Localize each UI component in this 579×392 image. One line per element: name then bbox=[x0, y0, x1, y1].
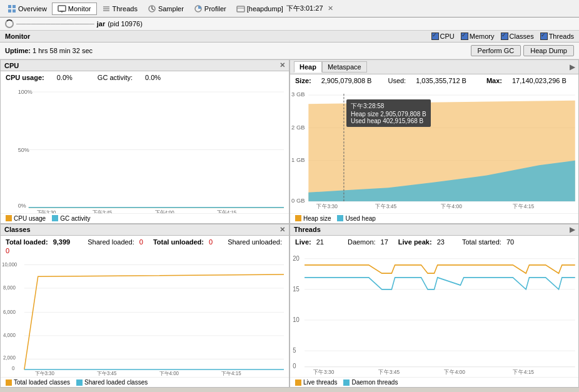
legend-total-loaded: Total loaded classes bbox=[6, 379, 70, 386]
legend-heap-size-color bbox=[295, 215, 301, 221]
svg-text:下午3:30: 下午3:30 bbox=[316, 203, 338, 209]
monitor-checkboxes: CPU Memory Classes Threads bbox=[431, 33, 574, 40]
cb-cpu[interactable]: CPU bbox=[431, 33, 455, 40]
tab-heapdump[interactable]: [heapdump] 下午3:01:27 ✕ bbox=[231, 3, 338, 14]
heap-tabs: Heap Metaspace bbox=[294, 61, 367, 73]
svg-text:6,000: 6,000 bbox=[3, 309, 16, 314]
svg-text:下午3:45: 下午3:45 bbox=[93, 209, 112, 213]
cpu-stats-row: CPU usage: 0.0% GC activity: 0.0% bbox=[1, 71, 289, 84]
threads-panel-expand[interactable]: ▶ bbox=[570, 226, 575, 234]
uptime-bar: Uptime: 1 hrs 58 min 32 sec Perform GC H… bbox=[0, 43, 579, 59]
svg-text:下午3:45: 下午3:45 bbox=[375, 203, 396, 209]
daemon-value: 17 bbox=[381, 238, 388, 246]
svg-text:下午3:45: 下午3:45 bbox=[378, 368, 400, 374]
legend-cpu-label: CPU usage bbox=[14, 215, 46, 222]
total-started-label: Total started: bbox=[462, 238, 501, 246]
svg-text:2 GB: 2 GB bbox=[291, 123, 305, 130]
app-hostname: ──────────────── bbox=[16, 20, 94, 28]
svg-rect-4 bbox=[58, 6, 66, 11]
cpu-legend: CPU usage GC activity bbox=[1, 213, 289, 223]
monitor-header: Monitor CPU Memory Classes Threads bbox=[0, 31, 579, 43]
tab-sampler-label: Sampler bbox=[158, 5, 184, 13]
uptime-info: Uptime: 1 hrs 58 min 32 sec bbox=[5, 47, 93, 54]
total-started-value: 70 bbox=[506, 238, 514, 246]
svg-text:10,000: 10,000 bbox=[2, 261, 18, 267]
threads-icon bbox=[102, 4, 111, 13]
legend-gc-color bbox=[52, 215, 58, 221]
legend-gc-activity: GC activity bbox=[52, 215, 90, 222]
cb-cpu-label: CPU bbox=[440, 33, 455, 40]
tab-monitor[interactable]: Monitor bbox=[52, 3, 97, 15]
svg-rect-2 bbox=[8, 9, 11, 13]
toolbar: Overview Monitor Threads Sampler Profile… bbox=[0, 0, 579, 18]
uptime-value: 1 hrs 58 min 32 sec bbox=[33, 47, 93, 54]
heap-chart: 3 GB 2 GB 1 GB 0 GB 下午3:30 下午3:45 下午4:00… bbox=[290, 87, 578, 213]
svg-text:5: 5 bbox=[293, 347, 296, 354]
svg-text:下午3:30: 下午3:30 bbox=[37, 209, 56, 213]
heap-tab-heap[interactable]: Heap bbox=[294, 61, 322, 73]
svg-text:下午4:00: 下午4:00 bbox=[155, 209, 174, 213]
legend-shared-loaded-color bbox=[76, 379, 83, 386]
gc-button[interactable]: Perform GC bbox=[471, 45, 521, 56]
live-value: 21 bbox=[316, 238, 324, 246]
heapdump-icon bbox=[236, 4, 245, 13]
threads-panel-title: Threads bbox=[294, 226, 321, 233]
live-peak-value: 23 bbox=[437, 238, 445, 246]
cb-classes-label: Classes bbox=[510, 33, 534, 40]
cb-memory[interactable]: Memory bbox=[461, 33, 495, 40]
classes-panel-close[interactable]: ✕ bbox=[279, 226, 285, 234]
shared-unloaded-label: Shared unloaded: bbox=[228, 238, 282, 246]
gc-activity-value: 0.0% bbox=[145, 74, 161, 81]
classes-panel: Classes ✕ Total loaded: 9,399 Shared loa… bbox=[0, 224, 290, 388]
cb-memory-box bbox=[461, 33, 468, 40]
legend-used-heap-color bbox=[337, 215, 343, 221]
svg-rect-1 bbox=[13, 5, 16, 8]
heapdump-button[interactable]: Heap Dump bbox=[523, 45, 574, 56]
heap-legend: Heap size Used heap bbox=[290, 213, 578, 223]
shared-unloaded-value: 0 bbox=[6, 247, 9, 254]
svg-text:下午4:00: 下午4:00 bbox=[441, 203, 462, 209]
cpu-panel-close[interactable]: ✕ bbox=[279, 61, 285, 69]
tab-threads[interactable]: Threads bbox=[97, 3, 143, 14]
heap-panel-expand[interactable]: ▶ bbox=[570, 63, 575, 71]
tab-overview-label: Overview bbox=[18, 5, 47, 13]
heap-size-label: Size: bbox=[295, 77, 311, 84]
svg-text:8,000: 8,000 bbox=[3, 284, 16, 290]
cpu-panel: CPU ✕ CPU usage: 0.0% GC activity: 0.0% … bbox=[0, 59, 290, 224]
action-buttons: Perform GC Heap Dump bbox=[471, 45, 574, 56]
legend-used-heap: Used heap bbox=[337, 215, 375, 222]
threads-panel: Threads ▶ Live: 21 Daemon: 17 Live peak:… bbox=[290, 224, 579, 388]
cb-cpu-box bbox=[431, 33, 439, 40]
tab-heapdump-close[interactable]: ✕ bbox=[328, 4, 333, 13]
live-peak-label: Live peak: bbox=[398, 238, 432, 246]
cb-classes[interactable]: Classes bbox=[501, 33, 534, 40]
main-grid: CPU ✕ CPU usage: 0.0% GC activity: 0.0% … bbox=[0, 59, 579, 388]
classes-panel-header: Classes ✕ bbox=[1, 224, 289, 236]
threads-chart-svg: 20 15 10 5 0 下午3:30 下午3:45 下午4:00 下午4 bbox=[290, 248, 578, 378]
legend-total-loaded-label: Total loaded classes bbox=[14, 379, 70, 386]
cpu-panel-title: CPU bbox=[4, 62, 19, 69]
tab-sampler[interactable]: Sampler bbox=[143, 3, 189, 14]
legend-heap-size-label: Heap size bbox=[303, 215, 331, 222]
cpu-usage-label: CPU usage: bbox=[6, 74, 44, 81]
heap-max-label: Max: bbox=[486, 77, 502, 84]
cpu-chart: 100% 50% 0% 下午3:30 下午3:45 下午4:00 下午4:15 bbox=[1, 84, 289, 213]
svg-text:0: 0 bbox=[293, 362, 296, 369]
svg-text:20: 20 bbox=[293, 254, 300, 261]
cb-classes-box bbox=[501, 33, 508, 40]
legend-daemon-threads-label: Daemon threads bbox=[351, 379, 398, 386]
heap-tab-metaspace[interactable]: Metaspace bbox=[322, 61, 367, 73]
heap-panel: Heap Metaspace ▶ Size: 2,905,079,808 B U… bbox=[290, 59, 579, 224]
svg-text:下午3:30: 下午3:30 bbox=[35, 371, 55, 376]
legend-used-heap-label: Used heap bbox=[345, 215, 375, 222]
svg-text:0%: 0% bbox=[18, 202, 26, 208]
heap-chart-svg: 3 GB 2 GB 1 GB 0 GB 下午3:30 下午3:45 下午4:00… bbox=[290, 87, 578, 213]
legend-gc-label: GC activity bbox=[60, 215, 90, 222]
heap-used-value: 1,035,355,712 B bbox=[416, 77, 466, 84]
titlebar: ──────────────── jar (pid 10976) bbox=[0, 18, 579, 31]
tab-profiler[interactable]: Profiler bbox=[189, 3, 231, 14]
cb-threads[interactable]: Threads bbox=[540, 33, 574, 40]
tab-overview[interactable]: Overview bbox=[3, 3, 52, 14]
cb-threads-label: Threads bbox=[549, 33, 574, 40]
legend-shared-loaded-label: Shared loaded classes bbox=[84, 379, 148, 386]
